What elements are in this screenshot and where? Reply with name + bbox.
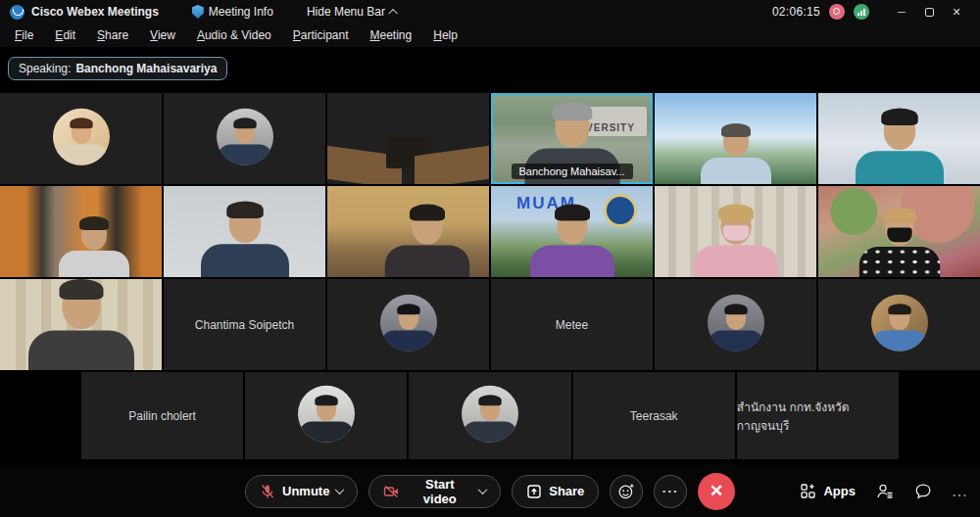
participant-name: Pailin cholert — [128, 409, 196, 423]
video-tile[interactable] — [818, 93, 980, 184]
recording-indicator-icon[interactable] — [829, 4, 845, 20]
grid-row-3: Chantima Soipetch Metee — [0, 279, 980, 370]
menu-view[interactable]: View — [139, 24, 186, 47]
avatar-tile[interactable] — [245, 372, 407, 459]
menu-file[interactable]: File — [4, 24, 44, 47]
participant-avatar — [708, 294, 764, 351]
chevron-up-icon — [388, 8, 398, 18]
ellipsis-icon: ... — [662, 481, 679, 495]
reactions-button[interactable] — [610, 475, 643, 508]
participants-icon — [876, 483, 894, 499]
participant-video-person — [855, 208, 945, 277]
speaking-name: Banchong Mahaisavariya — [75, 62, 217, 75]
participant-avatar — [462, 385, 518, 442]
mic-muted-icon — [260, 484, 275, 499]
grid-row-4: Pailin cholert Teerasak สำนักงาน กกท.จัง… — [81, 372, 899, 459]
apps-grid-icon — [800, 483, 816, 499]
participant-video-person — [23, 279, 140, 370]
video-tile-banchong-mahaisavariya[interactable]: VERSITY Banchong Mahaisav... — [491, 93, 653, 184]
meeting-info-button[interactable]: Meeting Info — [209, 5, 273, 19]
video-tile-muam[interactable]: MUAM — [491, 186, 653, 277]
menu-meeting[interactable]: Meeting — [360, 24, 423, 47]
title-bar: Cisco Webex Meetings Meeting Info Hide M… — [0, 0, 980, 24]
participant-video-person — [689, 205, 783, 277]
avatar-tile[interactable] — [327, 279, 489, 370]
participant-video-person — [196, 202, 294, 278]
meeting-info-shield-icon — [192, 5, 204, 19]
participant-avatar — [871, 294, 928, 351]
participant-avatar — [298, 385, 355, 442]
menu-edit[interactable]: Edit — [44, 24, 86, 47]
connection-quality-icon[interactable] — [854, 4, 869, 20]
ellipsis-icon: ... — [953, 486, 968, 499]
share-button[interactable]: Share — [512, 475, 599, 508]
control-bar: Unmute Start video Share — [0, 465, 980, 517]
restore-button[interactable] — [915, 0, 943, 24]
speaking-indicator-area: Speaking: Banchong Mahaisavariya — [0, 47, 980, 93]
menu-audio-video[interactable]: Audio & Video — [186, 24, 282, 47]
video-tile[interactable] — [0, 186, 162, 277]
meeting-timer: 02:06:15 — [772, 5, 820, 19]
name-tile-metee[interactable]: Metee — [491, 279, 653, 370]
app-title: Cisco Webex Meetings — [31, 5, 159, 19]
unmute-button[interactable]: Unmute — [245, 475, 358, 508]
avatar-tile[interactable] — [409, 372, 570, 459]
participant-video-person — [55, 216, 133, 277]
video-tile[interactable] — [655, 93, 816, 184]
close-button[interactable]: ✕ — [943, 0, 970, 24]
participant-name: Metee — [556, 318, 588, 332]
avatar-tile[interactable] — [655, 279, 816, 370]
video-tile[interactable] — [655, 186, 816, 277]
leave-meeting-button[interactable]: ✕ — [698, 473, 735, 510]
participant-name: สำนักงาน กกท.จังหวัดกาญจนบุรี — [737, 398, 899, 435]
participant-grid: VERSITY Banchong Mahaisav... MUAM — [0, 93, 980, 459]
participant-video-person — [851, 109, 949, 185]
grid-row-2: MUAM — [0, 186, 980, 277]
restore-icon — [925, 8, 934, 17]
participant-name: Chantima Soipetch — [195, 318, 294, 332]
close-x-icon: ✕ — [710, 483, 723, 499]
menu-help[interactable]: Help — [422, 24, 468, 47]
name-tile-teerasak[interactable]: Teerasak — [573, 372, 735, 459]
video-tile[interactable] — [818, 186, 980, 277]
avatar-tile[interactable] — [818, 279, 980, 370]
video-tile-conference-room[interactable] — [327, 93, 489, 184]
video-tile[interactable] — [164, 186, 325, 277]
participant-avatar — [380, 294, 437, 351]
minimize-button[interactable]: ─ — [888, 0, 915, 24]
video-tile[interactable] — [327, 186, 489, 277]
name-tile-sat-kanchanaburi-office[interactable]: สำนักงาน กกท.จังหวัดกาญจนบุรี — [737, 372, 899, 459]
more-options-button[interactable]: ... — [654, 475, 687, 508]
participant-video-person — [525, 205, 619, 277]
hide-menu-bar-button[interactable]: Hide Menu Bar — [307, 5, 398, 19]
name-tile-chantima-soipetch[interactable]: Chantima Soipetch — [164, 279, 325, 370]
participant-avatar — [53, 108, 110, 164]
chat-bubble-icon — [914, 483, 932, 499]
grid-row-1: VERSITY Banchong Mahaisav... — [0, 93, 980, 184]
camera-off-icon — [383, 484, 400, 499]
start-video-button[interactable]: Start video — [368, 475, 501, 508]
participant-avatar — [217, 108, 273, 164]
webex-logo-icon — [10, 5, 24, 20]
participants-button[interactable] — [876, 483, 894, 499]
menu-participant[interactable]: Participant — [282, 24, 360, 47]
video-tile[interactable] — [0, 279, 162, 370]
panel-more-button[interactable]: ... — [953, 483, 968, 500]
chat-button[interactable] — [914, 483, 932, 499]
participant-name-label: Banchong Mahaisav... — [511, 164, 632, 179]
share-screen-icon — [526, 484, 542, 499]
apps-button[interactable]: Apps — [800, 483, 856, 499]
room-display-screen — [386, 137, 431, 168]
speaking-indicator: Speaking: Banchong Mahaisavariya — [8, 57, 227, 80]
participant-name: Teerasak — [630, 409, 678, 423]
chevron-down-icon — [335, 485, 345, 494]
menu-bar: File Edit Share View Audio & Video Parti… — [0, 24, 980, 47]
participant-video-person — [380, 205, 474, 277]
avatar-tile[interactable] — [164, 93, 325, 184]
menu-share[interactable]: Share — [86, 24, 139, 47]
name-tile-pailin-cholert[interactable]: Pailin cholert — [81, 372, 243, 459]
smiley-plus-icon — [617, 483, 635, 500]
participant-video-person — [697, 123, 775, 184]
speaking-prefix: Speaking: — [19, 62, 71, 75]
avatar-tile[interactable] — [0, 93, 162, 184]
